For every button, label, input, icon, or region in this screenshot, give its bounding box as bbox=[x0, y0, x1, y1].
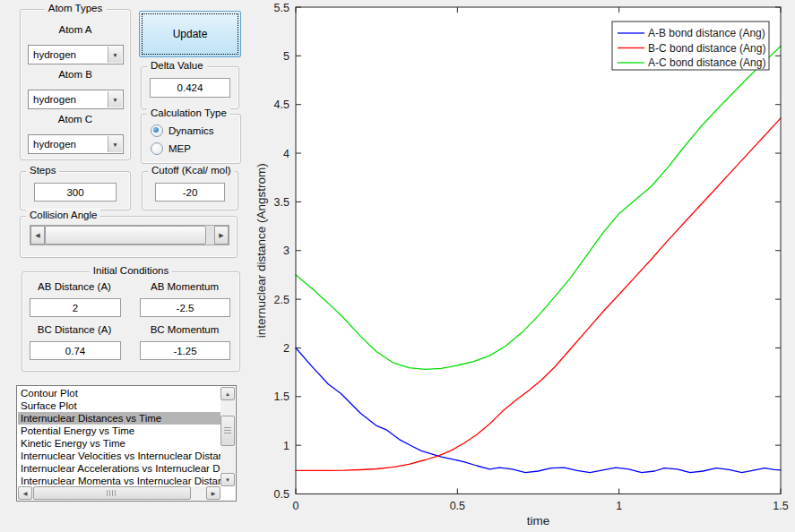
scroll-right-icon[interactable]: ▶ bbox=[206, 486, 220, 500]
cutoff-field[interactable]: -20 bbox=[155, 183, 225, 202]
steps-value: 300 bbox=[66, 187, 83, 198]
calculation-type-title: Calculation Type bbox=[147, 107, 230, 118]
delta-value-text: 0.424 bbox=[177, 82, 203, 93]
bc-momentum-label: BC Momentum bbox=[151, 324, 220, 335]
update-button[interactable]: Update bbox=[139, 11, 241, 57]
atom-a-value: hydrogen bbox=[33, 46, 76, 64]
slider-track[interactable] bbox=[206, 226, 214, 245]
radio-button-dynamics[interactable] bbox=[151, 124, 163, 137]
list-item[interactable]: Internuclear Momenta vs Internuclear Dis… bbox=[18, 475, 220, 486]
bc-momentum-field[interactable]: -1.25 bbox=[140, 341, 230, 360]
cutoff-value: -20 bbox=[183, 187, 198, 198]
scroll-left-icon[interactable]: ◀ bbox=[18, 486, 32, 500]
steps-group: Steps 300 bbox=[20, 171, 131, 210]
horizontal-scroll-thumb[interactable] bbox=[33, 486, 191, 500]
vertical-scrollbar[interactable]: ▲ ▼ bbox=[220, 387, 235, 486]
ab-momentum-label: AB Momentum bbox=[151, 281, 219, 292]
y-tick-label: 3.5 bbox=[274, 196, 289, 209]
list-item[interactable]: Internuclear Accelerations vs Internucle… bbox=[18, 462, 220, 475]
y-tick-label: 4.5 bbox=[274, 99, 289, 111]
chevron-down-icon[interactable]: ▼ bbox=[108, 47, 122, 63]
list-item[interactable]: Contour Plot bbox=[18, 387, 220, 399]
delta-value-title: Delta Value bbox=[147, 60, 207, 71]
scroll-up-icon[interactable]: ▲ bbox=[220, 387, 235, 400]
x-axis-label: time bbox=[527, 514, 550, 528]
ab-distance-value: 2 bbox=[73, 303, 78, 313]
legend-entry: B-C bond distance (Ang) bbox=[648, 42, 765, 55]
list-item[interactable]: Surface Plot bbox=[18, 399, 220, 412]
radio-row-mep[interactable]: MEP bbox=[151, 142, 191, 155]
slider-left-arrow-icon[interactable]: ◀ bbox=[30, 226, 45, 245]
steps-field[interactable]: 300 bbox=[34, 183, 117, 202]
atom-b-label: Atom B bbox=[58, 69, 92, 80]
collision-angle-group: Collision Angle ◀ ▶ bbox=[20, 216, 238, 258]
collision-angle-slider[interactable]: ◀ ▶ bbox=[30, 225, 229, 245]
radio-button-mep[interactable] bbox=[151, 142, 163, 155]
atom-a-label: Atom A bbox=[58, 24, 91, 35]
x-tick-label: 1.5 bbox=[773, 500, 788, 512]
x-tick-label: 0.5 bbox=[450, 500, 465, 512]
y-axis-label: internuclear distance (Angstrom) bbox=[255, 163, 268, 338]
chevron-down-icon[interactable]: ▼ bbox=[108, 136, 122, 152]
collision-angle-title: Collision Angle bbox=[26, 210, 100, 220]
bc-distance-value: 0.74 bbox=[65, 346, 85, 356]
slider-thumb[interactable] bbox=[45, 226, 206, 245]
list-item[interactable]: Kinetic Energy vs Time bbox=[18, 437, 220, 450]
x-tick-label: 1 bbox=[616, 500, 622, 512]
chevron-down-icon[interactable]: ▼ bbox=[108, 91, 122, 107]
x-tick-label: 0 bbox=[293, 500, 299, 512]
y-tick-label: 2.5 bbox=[274, 294, 289, 306]
legend-entry: A-B bond distance (Ang) bbox=[648, 27, 765, 39]
y-tick-label: 0.5 bbox=[274, 488, 289, 501]
horizontal-scrollbar[interactable]: ◀ ▶ bbox=[18, 486, 220, 500]
delta-value-group: Delta Value 0.424 bbox=[141, 66, 239, 109]
bc-momentum-value: -1.25 bbox=[173, 346, 196, 356]
bc-distance-field[interactable]: 0.74 bbox=[30, 341, 121, 360]
y-tick-label: 1.5 bbox=[274, 390, 289, 403]
y-tick-label: 2 bbox=[283, 342, 289, 355]
calculation-type-group: Calculation Type Dynamics MEP bbox=[141, 114, 241, 164]
listbox-items: Contour PlotSurface PlotInternuclear Dis… bbox=[18, 387, 220, 486]
y-tick-label: 3 bbox=[283, 245, 289, 257]
radio-label-dynamics: Dynamics bbox=[169, 125, 213, 136]
atom-types-title: Atom Types bbox=[45, 3, 107, 13]
cutoff-group: Cutoff (Kcal/ mol) -20 bbox=[142, 171, 238, 210]
plot-area: 00.511.50.511.522.533.544.555.5timeinter… bbox=[254, 0, 795, 532]
thumb-grip bbox=[107, 490, 117, 496]
plot-type-listbox[interactable]: Contour PlotSurface PlotInternuclear Dis… bbox=[16, 385, 237, 502]
ab-momentum-value: -2.5 bbox=[177, 303, 194, 313]
ab-momentum-field[interactable]: -2.5 bbox=[140, 298, 230, 317]
y-tick-label: 5.5 bbox=[274, 2, 289, 14]
update-button-label: Update bbox=[173, 28, 208, 40]
steps-title: Steps bbox=[26, 165, 59, 176]
y-tick-label: 4 bbox=[283, 148, 289, 160]
atom-a-dropdown[interactable]: hydrogen ▼ bbox=[28, 45, 124, 64]
vertical-scroll-thumb[interactable] bbox=[220, 416, 235, 446]
y-tick-label: 5 bbox=[283, 50, 289, 63]
thumb-grip bbox=[224, 427, 231, 434]
cutoff-title: Cutoff (Kcal/ mol) bbox=[148, 165, 235, 176]
radio-row-dynamics[interactable]: Dynamics bbox=[151, 124, 213, 137]
ab-distance-field[interactable]: 2 bbox=[30, 298, 121, 317]
delta-value-field[interactable]: 0.424 bbox=[150, 78, 230, 98]
atom-b-dropdown[interactable]: hydrogen ▼ bbox=[28, 90, 124, 109]
slider-right-arrow-icon[interactable]: ▶ bbox=[214, 226, 229, 245]
legend-entry: A-C bond distance (Ang) bbox=[648, 56, 765, 69]
radio-label-mep: MEP bbox=[169, 143, 191, 154]
initial-conditions-title: Initial Conditions bbox=[90, 265, 172, 276]
scroll-down-icon[interactable]: ▼ bbox=[220, 473, 235, 486]
plot-background bbox=[296, 7, 781, 494]
initial-conditions-group: Initial Conditions AB Distance (A) AB Mo… bbox=[22, 271, 240, 372]
atom-types-group: Atom Types Atom A hydrogen ▼ Atom B hydr… bbox=[20, 9, 131, 160]
list-item[interactable]: Potential Energy vs Time bbox=[18, 425, 220, 437]
atom-c-dropdown[interactable]: hydrogen ▼ bbox=[28, 134, 124, 154]
bc-distance-label: BC Distance (A) bbox=[38, 324, 111, 335]
list-item[interactable]: Internuclear Distances vs Time bbox=[18, 412, 220, 425]
atom-c-label: Atom C bbox=[58, 114, 92, 124]
list-item[interactable]: Internuclear Velocities vs Internuclear … bbox=[18, 450, 220, 462]
atom-b-value: hydrogen bbox=[33, 90, 76, 108]
y-tick-label: 1 bbox=[283, 440, 289, 452]
app-window: Atom Types Atom A hydrogen ▼ Atom B hydr… bbox=[0, 0, 795, 532]
ab-distance-label: AB Distance (A) bbox=[38, 281, 111, 292]
atom-c-value: hydrogen bbox=[33, 135, 76, 153]
